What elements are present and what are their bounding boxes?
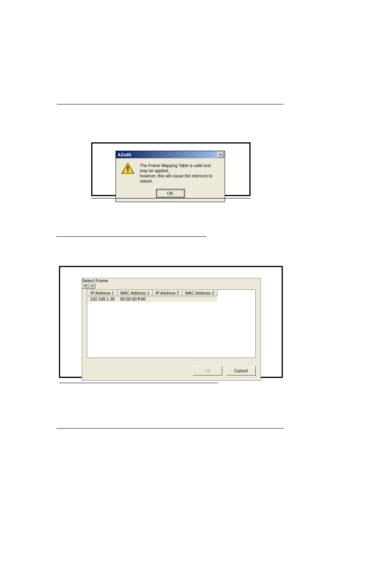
page-rule-bottom xyxy=(57,428,284,429)
figure-1-caption-rule xyxy=(91,198,251,199)
text-underline xyxy=(56,236,207,237)
col-ip-address-1[interactable]: IP Address 1 xyxy=(88,290,118,296)
col-mac-address-2[interactable]: MAC Address 2 xyxy=(182,290,217,296)
svg-rect-1 xyxy=(127,166,129,170)
azedit-message: The Frame Mapping Table is valid and may… xyxy=(140,163,219,184)
ok-button[interactable]: OK xyxy=(193,366,222,376)
close-icon[interactable]: × xyxy=(217,152,224,157)
select-frame-title: Select Frame xyxy=(82,278,108,283)
azedit-titlebar[interactable]: AZedit × xyxy=(116,151,225,158)
cell-mac-2 xyxy=(182,296,217,302)
select-frame-dialog: Select Frame ? × IP Address 1 MAC Addres… xyxy=(82,278,261,381)
azedit-message-line-2: however, this will cause the intercom to… xyxy=(140,173,219,184)
col-ip-address-2[interactable]: IP Address 2 xyxy=(153,290,182,296)
cell-mac-1: 80:00:00:ff:80 xyxy=(118,296,153,302)
cell-ip-2 xyxy=(153,296,182,302)
list-item[interactable]: 192.168.1.38 80:00:00:ff:80 xyxy=(88,296,217,302)
ok-button[interactable]: OK xyxy=(156,189,185,198)
select-frame-titlebar[interactable]: Select Frame ? × xyxy=(82,278,261,285)
warning-icon xyxy=(121,163,134,174)
cancel-button[interactable]: Cancel xyxy=(226,366,256,376)
col-mac-address-1[interactable]: MAC Address 1 xyxy=(118,290,153,296)
azedit-title: AZedit xyxy=(118,152,131,157)
close-icon[interactable]: × xyxy=(89,283,95,289)
cell-ip-1: 192.168.1.38 xyxy=(88,296,118,302)
azedit-dialog: AZedit × The Frame Mapping Table is vali… xyxy=(116,151,225,202)
figure-2-caption-rule xyxy=(59,383,218,383)
svg-rect-2 xyxy=(127,171,129,172)
help-icon[interactable]: ? xyxy=(82,283,88,289)
page-rule-top xyxy=(57,104,284,104)
frame-listview[interactable]: IP Address 1 MAC Address 1 IP Address 2 … xyxy=(87,289,256,358)
listview-header-row[interactable]: IP Address 1 MAC Address 1 IP Address 2 … xyxy=(88,290,217,296)
azedit-message-line-1: The Frame Mapping Table is valid and may… xyxy=(140,163,219,173)
